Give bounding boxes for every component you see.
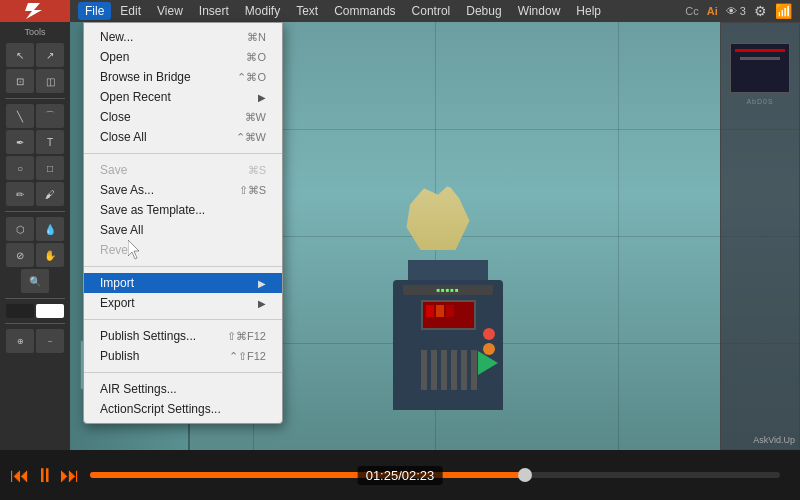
menu-item-save-as[interactable]: Save As... ⇧⌘S: [84, 180, 282, 200]
file-menu: New... ⌘N Open ⌘O Browse in Bridge ⌃⌘O O…: [83, 22, 283, 424]
separator-1: [84, 153, 282, 154]
file-menu-section-1: New... ⌘N Open ⌘O Browse in Bridge ⌃⌘O O…: [84, 23, 282, 151]
dropdown-overlay[interactable]: New... ⌘N Open ⌘O Browse in Bridge ⌃⌘O O…: [0, 22, 800, 500]
menu-commands[interactable]: Commands: [327, 2, 402, 20]
menu-control[interactable]: Control: [405, 2, 458, 20]
menu-view[interactable]: View: [150, 2, 190, 20]
menu-item-save-all[interactable]: Save All: [84, 220, 282, 240]
menu-window[interactable]: Window: [511, 2, 568, 20]
menu-item-save[interactable]: Save ⌘S: [84, 160, 282, 180]
file-menu-section-3: Import ▶ Export ▶: [84, 269, 282, 317]
file-menu-section-4: Publish Settings... ⇧⌘F12 Publish ⌃⇧F12: [84, 322, 282, 370]
separator-4: [84, 372, 282, 373]
menu-item-open[interactable]: Open ⌘O: [84, 47, 282, 67]
menu-item-new[interactable]: New... ⌘N: [84, 27, 282, 47]
menu-text[interactable]: Text: [289, 2, 325, 20]
menu-item-publish-settings[interactable]: Publish Settings... ⇧⌘F12: [84, 326, 282, 346]
menu-item-save-template[interactable]: Save as Template...: [84, 200, 282, 220]
menu-file[interactable]: File: [78, 2, 111, 20]
menu-modify[interactable]: Modify: [238, 2, 287, 20]
wifi-icon: 📶: [775, 3, 792, 19]
flash-logo[interactable]: [0, 0, 70, 22]
menubar: File Edit View Insert Modify Text Comman…: [0, 0, 800, 22]
flash-icon: [20, 1, 50, 22]
menu-item-publish[interactable]: Publish ⌃⇧F12: [84, 346, 282, 366]
separator-3: [84, 319, 282, 320]
menu-item-actionscript-settings[interactable]: ActionScript Settings...: [84, 399, 282, 419]
cc-icon: Cc: [685, 5, 698, 17]
menu-item-export[interactable]: Export ▶: [84, 293, 282, 313]
menu-item-browse-bridge[interactable]: Browse in Bridge ⌃⌘O: [84, 67, 282, 87]
menu-item-air-settings[interactable]: AIR Settings...: [84, 379, 282, 399]
menu-help[interactable]: Help: [569, 2, 608, 20]
file-menu-section-5: AIR Settings... ActionScript Settings...: [84, 375, 282, 423]
eye-icon: 👁 3: [726, 5, 746, 17]
menu-item-close-all[interactable]: Close All ⌃⌘W: [84, 127, 282, 147]
menu-item-import[interactable]: Import ▶: [84, 273, 282, 293]
settings-icon[interactable]: ⚙: [754, 3, 767, 19]
menu-insert[interactable]: Insert: [192, 2, 236, 20]
menu-debug[interactable]: Debug: [459, 2, 508, 20]
menu-edit[interactable]: Edit: [113, 2, 148, 20]
menu-item-close[interactable]: Close ⌘W: [84, 107, 282, 127]
file-menu-section-2: Save ⌘S Save As... ⇧⌘S Save as Template.…: [84, 156, 282, 264]
separator-2: [84, 266, 282, 267]
ai-icon: Ai: [707, 5, 718, 17]
menu-item-revert[interactable]: Revert: [84, 240, 282, 260]
menu-item-open-recent[interactable]: Open Recent ▶: [84, 87, 282, 107]
